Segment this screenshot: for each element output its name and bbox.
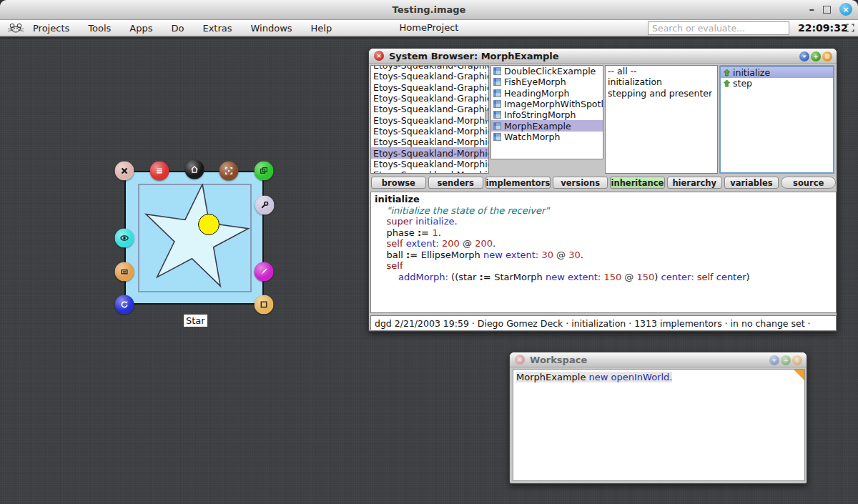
method-item[interactable]: initialize: [721, 66, 833, 78]
workspace-code-line[interactable]: MorphExample new openInWorld.: [513, 370, 804, 385]
list-item-label: DoubleClickExample: [504, 66, 596, 76]
code-token: [375, 238, 387, 249]
class-item[interactable]: DoubleClickExample: [491, 66, 603, 76]
fullscreen-icon[interactable]: [845, 23, 855, 33]
package-item[interactable]: Etoys-Squeakland-Morphic: [371, 147, 488, 158]
class-item[interactable]: InfoStringMorph: [491, 109, 603, 120]
code-token: ((star: [451, 272, 479, 282]
scrollbar[interactable]: [485, 110, 489, 121]
eye-handle[interactable]: [115, 229, 134, 248]
star-morph[interactable]: [138, 184, 252, 292]
minimize-icon[interactable]: –: [809, 3, 815, 16]
menu-handle[interactable]: [150, 162, 169, 181]
system-browser-window[interactable]: × System Browser: MorphExample + Etoys-S…: [368, 48, 837, 332]
code-token: StarMorph: [494, 272, 546, 282]
workspace-selection: MorphExample new openInWorld.: [516, 372, 672, 382]
method-list[interactable]: initializestep: [719, 65, 834, 174]
dismiss-handle[interactable]: [115, 162, 134, 181]
move-handle[interactable]: [220, 162, 239, 181]
nav-button-implementors[interactable]: implementors: [485, 177, 551, 189]
class-item[interactable]: FishEyeMorph: [491, 76, 603, 87]
window-handle[interactable]: [255, 295, 274, 315]
package-item[interactable]: Etoys-Squeakland-Morphic: [371, 137, 488, 147]
code-token: [375, 216, 387, 227]
nav-button-versions[interactable]: versions: [553, 177, 608, 189]
nav-button-variables[interactable]: variables: [724, 177, 779, 189]
package-list[interactable]: Etoys-Squeakland-GraphicEtoys-Squeakland…: [370, 65, 489, 174]
maximize-icon[interactable]: [823, 6, 831, 14]
code-token: extent:: [406, 238, 442, 249]
list-item-label: Etoys-Squeakland-Graphic: [373, 71, 488, 81]
code-token: phase: [375, 227, 418, 238]
morph-name-label[interactable]: Star: [184, 315, 207, 327]
list-item-label: Etoys-Squeakland-Graphic: [373, 104, 488, 114]
package-item[interactable]: Etoys-Squeakland-Graphic: [371, 71, 488, 81]
window-menu-icon[interactable]: [799, 51, 809, 61]
class-item[interactable]: HeadingMorph: [491, 88, 603, 99]
nav-button-hierarchy[interactable]: hierarchy: [667, 177, 722, 189]
nav-button-senders[interactable]: senders: [428, 177, 483, 189]
class-icon: [493, 122, 501, 130]
code-token: 150: [636, 272, 654, 282]
code-token: :=: [480, 272, 495, 282]
paint-handle[interactable]: [255, 262, 274, 282]
collapse-window-icon[interactable]: [792, 355, 802, 365]
package-item[interactable]: Etoys-Squeakland-Graphic: [371, 82, 488, 93]
package-item[interactable]: Etoys-Squeakland-Graphic: [371, 104, 488, 114]
protocol-item[interactable]: -- all --: [606, 66, 717, 76]
protocol-item[interactable]: initialization: [606, 76, 717, 87]
nav-button-source[interactable]: source: [781, 177, 836, 189]
workspace-window[interactable]: × Workspace + MorphExample new openInWor…: [509, 352, 807, 484]
workspace-editor[interactable]: MorphExample new openInWorld.: [513, 369, 805, 481]
window-menu-icon[interactable]: [769, 355, 779, 365]
code-token: 150: [603, 272, 621, 282]
list-item-label: -- all --: [608, 66, 637, 76]
nav-button-browse[interactable]: browse: [371, 177, 426, 189]
duplicate-handle[interactable]: [255, 162, 274, 181]
search-input[interactable]: [648, 21, 789, 35]
browser-title-bar[interactable]: × System Browser: MorphExample +: [369, 49, 837, 64]
desktop[interactable]: Star × System Browser: MorphExample + Et…: [0, 39, 858, 504]
nav-button-inheritance[interactable]: inheritance: [610, 177, 665, 189]
package-item[interactable]: Etoys-Squeakland-Graphic: [371, 93, 488, 104]
package-item[interactable]: Etoys-Squeakland-Morphic: [371, 126, 488, 137]
code-token: MorphExample: [516, 372, 589, 382]
code-token: 200: [442, 238, 460, 249]
package-item[interactable]: Etoys-Squeakland-Graphic: [371, 65, 488, 71]
list-item-label: Etoys-Squeakland-Graphic: [373, 65, 488, 71]
list-item-label: Etoys-Squeakland-Morphic: [373, 137, 488, 147]
rotate-handle[interactable]: [115, 295, 134, 315]
package-item[interactable]: Etoys-Squeakland-Morphic: [371, 169, 488, 174]
class-item[interactable]: ImageMorphWithSpotlight: [491, 99, 603, 109]
class-item[interactable]: MorphExample: [491, 120, 603, 131]
protocol-item[interactable]: stepping and presenter: [606, 88, 717, 99]
list-item-label: Etoys-Squeakland-Morphic: [373, 159, 488, 169]
browser-close-icon[interactable]: ×: [374, 51, 384, 61]
browser-title: System Browser: MorphExample: [389, 51, 559, 61]
code-token: .: [581, 249, 583, 260]
wrench-icon: [260, 201, 270, 210]
debug-handle[interactable]: [255, 196, 275, 215]
method-item[interactable]: step: [721, 78, 833, 89]
code-editor[interactable]: initialize "initialize the state of the …: [370, 192, 837, 313]
close-icon[interactable]: ×: [839, 3, 852, 16]
code-token: .: [438, 227, 441, 238]
ellipse-morph[interactable]: [198, 214, 220, 235]
collapse-window-icon[interactable]: [822, 51, 832, 61]
class-item[interactable]: WatchMorph: [491, 132, 603, 142]
workspace-close-icon[interactable]: ×: [515, 355, 525, 365]
expand-icon[interactable]: +: [811, 51, 821, 61]
expand-icon[interactable]: +: [781, 355, 791, 365]
package-item[interactable]: Etoys-Squeakland-Morphic: [371, 159, 488, 169]
clock[interactable]: 22:09:32: [798, 22, 848, 34]
code-line: super initialize.: [375, 216, 832, 227]
code-token: ball: [375, 249, 406, 260]
menu-bar: ProjectsToolsAppsDoExtrasWindowsHelp Hom…: [0, 20, 858, 37]
package-item[interactable]: Etoys-Squeakland-Morphic: [371, 114, 488, 125]
protocol-list[interactable]: -- all --initializationstepping and pres…: [605, 65, 718, 174]
collapse-handle[interactable]: [115, 262, 134, 282]
workspace-title-bar[interactable]: × Workspace +: [510, 352, 807, 367]
class-list[interactable]: DoubleClickExampleFishEyeMorphHeadingMor…: [490, 65, 603, 159]
pickup-handle[interactable]: [185, 160, 204, 179]
code-token: 30: [568, 249, 581, 260]
